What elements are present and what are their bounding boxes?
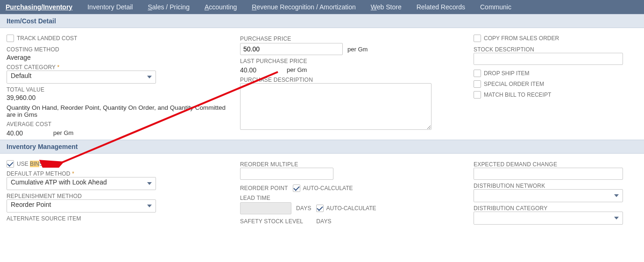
- track-landed-cost-checkbox[interactable]: Track Landed Cost: [7, 35, 77, 42]
- total-value-value: 39,960.00: [7, 94, 231, 101]
- lead-time-auto-calculate-checkbox[interactable]: Auto-Calculate: [316, 205, 376, 212]
- tab-related-records[interactable]: Related Records: [415, 0, 467, 14]
- section-header-inventory-management: Inventory Management: [0, 140, 644, 154]
- lead-time-label: LEAD TIME: [240, 195, 464, 201]
- tab-inventory-detail[interactable]: Inventory Detail: [85, 0, 134, 14]
- replenishment-method-select[interactable]: Reorder Point: [7, 199, 156, 212]
- distribution-network-select[interactable]: [474, 189, 623, 202]
- distribution-network-label: DISTRIBUTION NETWORK: [474, 183, 637, 189]
- stock-description-input[interactable]: [474, 53, 623, 65]
- tab-purchasing-inventory[interactable]: Purchasing/Inventory: [4, 0, 74, 14]
- tab-accounting[interactable]: Accounting: [203, 0, 239, 14]
- cost-category-label: COST CATEGORY: [7, 64, 231, 71]
- chevron-down-icon: [147, 182, 152, 185]
- checkbox-icon: [7, 35, 14, 42]
- checkbox-icon: [474, 80, 481, 88]
- reorder-multiple-input[interactable]: [240, 168, 333, 180]
- purchase-price-label: PURCHASE PRICE: [240, 35, 464, 42]
- checkbox-icon: [316, 205, 324, 212]
- last-purchase-price-label: LAST PURCHASE PRICE: [240, 58, 464, 64]
- costing-method-value: Average: [7, 54, 231, 61]
- chevron-down-icon: [614, 217, 619, 220]
- checkbox-label: Drop Ship Item: [484, 70, 530, 77]
- select-value: Default: [11, 72, 31, 79]
- tab-label: Purchasing/Inventory: [6, 3, 72, 11]
- safety-stock-days-label: DAYS: [316, 218, 332, 225]
- lead-time-unit: DAYS: [296, 205, 311, 212]
- checkbox-label: Auto-Calculate: [303, 185, 353, 191]
- tab-label: Sales / Pricing: [148, 3, 190, 11]
- checkbox-label: Special Order Item: [484, 81, 544, 87]
- checkbox-icon: [474, 35, 481, 42]
- checkbox-icon: [474, 91, 481, 99]
- tab-label: Web Store: [371, 3, 402, 11]
- special-order-item-checkbox[interactable]: Special Order Item: [474, 80, 544, 88]
- checkbox-icon: [474, 70, 481, 77]
- reorder-multiple-label: REORDER MULTIPLE: [240, 161, 464, 168]
- average-cost-unit: per Gm: [53, 129, 73, 136]
- tab-label: Accounting: [205, 3, 237, 11]
- reorder-point-label: REORDER POINT: [240, 185, 288, 191]
- checkbox-icon: [293, 184, 300, 192]
- tab-revenue-recognition[interactable]: Revenue Recognition / Amortization: [250, 0, 358, 14]
- default-atp-method-label: DEFAULT ATP METHOD: [7, 170, 231, 177]
- distribution-category-select[interactable]: [474, 212, 623, 225]
- purchase-price-input[interactable]: [240, 43, 343, 55]
- checkbox-label: Match Bill To Receipt: [484, 92, 551, 98]
- select-value: Reorder Point: [11, 201, 51, 208]
- copy-from-sales-order-checkbox[interactable]: Copy From Sales Order: [474, 35, 559, 42]
- cost-category-select[interactable]: Default: [7, 71, 156, 84]
- alternate-source-item-label: ALTERNATE SOURCE ITEM: [7, 215, 231, 222]
- reorder-point-auto-calculate-checkbox[interactable]: Auto-Calculate: [293, 184, 353, 192]
- checkbox-label: Copy From Sales Order: [484, 35, 559, 42]
- section-body-item-cost: Track Landed Cost COSTING METHOD Average…: [0, 28, 644, 140]
- section-body-inventory-management: Use Bins DEFAULT ATP METHOD Cumulative A…: [0, 154, 644, 227]
- select-value: Cumulative ATP with Look Ahead: [11, 178, 107, 186]
- purchase-description-label: PURCHASE DESCRIPTION: [240, 77, 464, 83]
- chevron-down-icon: [147, 76, 152, 78]
- safety-stock-level-label: SAFETY STOCK LEVEL: [240, 218, 303, 225]
- tab-label: Revenue Recognition / Amortization: [252, 3, 356, 11]
- purchase-price-unit: per Gm: [347, 46, 368, 53]
- tab-sales-pricing[interactable]: Sales / Pricing: [146, 0, 191, 14]
- costing-method-label: COSTING METHOD: [7, 46, 231, 53]
- replenishment-method-label: REPLENISHMENT METHOD: [7, 193, 231, 199]
- last-purchase-price-value: 40.00: [240, 66, 282, 74]
- drop-ship-item-checkbox[interactable]: Drop Ship Item: [474, 70, 530, 77]
- subtab-bar: Purchasing/Inventory Inventory Detail Sa…: [0, 0, 644, 14]
- checkbox-label: Track Landed Cost: [17, 35, 77, 42]
- expected-demand-change-label: EXPECTED DEMAND CHANGE: [474, 161, 637, 168]
- chevron-down-icon: [147, 205, 152, 207]
- checkbox-label: Auto-Calculate: [326, 205, 376, 212]
- tab-communication[interactable]: Communic: [478, 0, 513, 14]
- average-cost-value: 40.00: [7, 129, 49, 137]
- default-atp-method-select[interactable]: Cumulative ATP with Look Ahead: [7, 177, 156, 190]
- purchase-description-textarea[interactable]: [240, 83, 432, 130]
- average-cost-label: AVERAGE COST: [7, 121, 231, 127]
- expected-demand-change-input[interactable]: [474, 168, 623, 180]
- distribution-category-label: DISTRIBUTION CATEGORY: [474, 205, 637, 212]
- last-purchase-price-unit: per Gm: [287, 66, 307, 73]
- section-header-item-cost: Item/Cost Detail: [0, 14, 644, 28]
- checkbox-icon: [7, 160, 14, 168]
- quantity-units-note: Quantity On Hand, Reorder Point, Quantit…: [7, 104, 231, 118]
- checkbox-label: Use Bins: [17, 161, 43, 167]
- stock-description-label: STOCK DESCRIPTION: [474, 46, 637, 53]
- total-value-label: TOTAL VALUE: [7, 86, 231, 93]
- lead-time-input[interactable]: [240, 202, 291, 214]
- chevron-down-icon: [614, 194, 619, 197]
- tab-web-store[interactable]: Web Store: [369, 0, 403, 14]
- use-bins-checkbox[interactable]: Use Bins: [7, 160, 43, 168]
- match-bill-to-receipt-checkbox[interactable]: Match Bill To Receipt: [474, 91, 551, 99]
